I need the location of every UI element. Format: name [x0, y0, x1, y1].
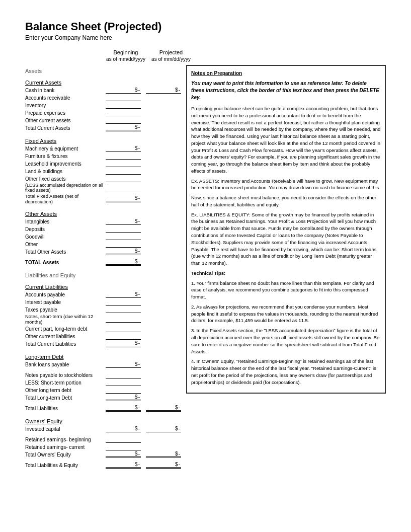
land-buildings-row: Land & buildings: [25, 168, 181, 175]
company-name: Enter your Company Name here: [25, 34, 386, 41]
notes-para3: Now, since a balance sheet must balance,…: [191, 194, 381, 208]
owners-equity-heading: Owners' Equity: [25, 418, 181, 424]
deposits-row: Deposits: [25, 225, 181, 233]
interest-payable-row: Interest payable: [25, 298, 181, 306]
notes-tip2: 2. As always for projections, we recomme…: [191, 303, 381, 324]
total-long-term-debt-row: Total Long-term Debt $-: [25, 394, 181, 401]
retained-earnings-beginning-row: Retained earnings- beginning: [25, 436, 181, 443]
other-row: Other: [25, 241, 181, 248]
total-liabilities-equity-row: Total Liabilities & Equity $- $-: [25, 462, 181, 469]
less-accumulated-row: (LESS accumulated depreciation on all fi…: [25, 183, 181, 193]
other-current-liabilities-row: Other current liabilities: [25, 333, 181, 340]
col1-subheader: as of mm/dd/yyyy: [106, 56, 146, 62]
long-term-debt-heading: Long-term Debt: [25, 354, 181, 360]
furniture-fixtures-row: Furniture & fixtures: [25, 153, 181, 160]
notes-tip4: 4. In Owners' Equity, "Retained Earnings…: [191, 358, 381, 386]
page-title: Balance Sheet (Projected): [25, 20, 386, 33]
intangibles-row: Intangibles $-: [25, 218, 181, 225]
total-other-assets-row: Total Other Assets $-: [25, 248, 181, 255]
notes-para4: Ex. LIABILITIES & EQUITY: Some of the gr…: [191, 211, 381, 267]
liabilities-equity-label: Liabilities and Equity: [25, 272, 181, 278]
bank-loans-payable-row: Bank loans payable $-: [25, 361, 181, 368]
less-short-term-row: LESS: Short-term portion: [25, 379, 181, 386]
current-liabilities-heading: Current Liabilities: [25, 284, 181, 290]
fixed-assets-heading: Fixed Assets: [25, 138, 181, 144]
notes-para1: Projecting your balance sheet can be qui…: [191, 105, 381, 175]
taxes-payable-row: Taxes payable: [25, 306, 181, 313]
notes-box: Notes on Preparation You may want to pri…: [186, 65, 386, 394]
current-part-long-term-row: Current part, long-term debt: [25, 325, 181, 332]
notes-para2: Ex. ASSETS: Inventory and Accounts Recei…: [191, 178, 381, 192]
notes-tech-heading: Technical Tips:: [191, 270, 381, 277]
accounts-receivable-row: Accounts receivable: [25, 94, 181, 101]
notes-tip1: 1. Your firm's balance sheet no doubt ha…: [191, 280, 381, 300]
current-assets-heading: Current Assets: [25, 80, 181, 86]
total-current-liabilities-row: Total Current Liabilities $-: [25, 340, 181, 347]
total-liabilities-row: Total Liabilities $- $-: [25, 405, 181, 412]
col2-subheader: as of mm/dd/yyyy: [151, 56, 191, 62]
machinery-equipment-row: Machinery & equipment $-: [25, 145, 181, 152]
total-current-assets-row: Total Current Assets $-: [25, 124, 181, 131]
other-assets-heading: Other Assets: [25, 211, 181, 217]
col1-header: Beginning: [106, 49, 146, 55]
accounts-payable-row: Accounts payable $-: [25, 291, 181, 298]
total-owners-equity-row: Total Owners' Equity $- $-: [25, 451, 181, 458]
assets-label: Assets: [25, 68, 181, 74]
notes-short-term-row: Notes, short-term (due within 12 months): [25, 314, 181, 325]
notes-payable-stockholders-row: Notes payable to stockholders: [25, 371, 181, 378]
prepaid-expenses-row: Prepaid expenses: [25, 109, 181, 116]
retained-earnings-current-row: Retained earnings- current: [25, 443, 181, 450]
notes-tip3: 3. In the Fixed Assets section, the "LES…: [191, 327, 381, 355]
other-current-assets-row: Other current assets: [25, 117, 181, 124]
goodwill-row: Goodwill: [25, 233, 181, 240]
notes-italic: You may want to print this information t…: [191, 80, 381, 101]
notes-title: Notes on Preparation: [191, 70, 381, 77]
leasehold-improvements-row: Leasehold improvements: [25, 160, 181, 167]
total-fixed-assets-row: Total Fixed Assets (net of depreciation)…: [25, 193, 181, 204]
other-long-term-row: Other long term debt: [25, 387, 181, 394]
cash-in-bank-row: Cash in bank $- $-: [25, 87, 181, 94]
col2-header: Projected: [151, 49, 191, 55]
total-assets-row: TOTAL Assets $-: [25, 259, 181, 266]
invested-capital-row: Invested capital $- $-: [25, 425, 181, 432]
inventory-row: Inventory: [25, 102, 181, 109]
other-fixed-assets-row: Other fixed assets: [25, 175, 181, 182]
